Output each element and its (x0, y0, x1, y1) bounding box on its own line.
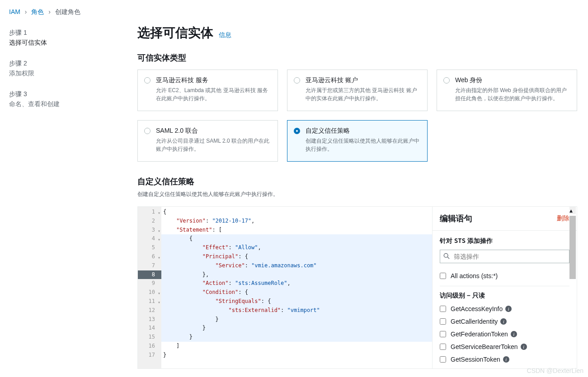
wizard-steps: 步骤 1 选择可信实体 步骤 2 添加权限 步骤 3 命名、查看和创建 (0, 20, 127, 377)
entity-title: 亚马逊云科技 服务 (156, 76, 270, 84)
panel-title: 编辑语句 (440, 213, 472, 224)
add-ops-heading: 针对 STS 添加操作 (440, 237, 569, 245)
step-title: 命名、查看和创建 (9, 100, 118, 108)
all-actions-checkbox[interactable] (440, 273, 446, 279)
radio-icon (443, 77, 450, 84)
action-row[interactable]: GetAccessKeyInfoi (440, 303, 569, 315)
breadcrumb-roles[interactable]: 角色 (31, 8, 44, 15)
info-icon[interactable]: i (521, 344, 527, 350)
action-row[interactable]: GetServiceBearerTokeni (440, 340, 569, 353)
radio-icon (294, 128, 300, 134)
action-checkbox[interactable] (440, 356, 446, 363)
all-actions-row[interactable]: All actions (sts:*) (440, 270, 569, 282)
step-title: 添加权限 (9, 70, 118, 78)
entity-custom-trust[interactable]: 自定义信任策略 创建自定义信任策略以使其他人能够在此账户中执行操作。 (287, 120, 428, 162)
entity-title: SAML 2.0 联合 (156, 127, 270, 135)
info-icon[interactable]: i (511, 331, 517, 337)
step-label: 步骤 1 (9, 29, 118, 37)
action-checkbox[interactable] (440, 318, 446, 325)
action-checkbox[interactable] (440, 331, 446, 337)
entity-title: 自定义信任策略 (306, 127, 420, 135)
action-row[interactable]: GetFederationTokeni (440, 328, 569, 340)
editor-code[interactable]: { "Version": "2012-10-17", "Statement": … (161, 207, 432, 368)
step-title: 选择可信实体 (9, 39, 118, 47)
delete-button[interactable]: 删除 (557, 214, 569, 223)
step-label: 步骤 3 (9, 90, 118, 98)
breadcrumb-current: 创建角色 (55, 8, 80, 15)
entity-desc: 允许 EC2、Lambda 或其他 亚马逊云科技 服务在此账户中执行操作。 (156, 86, 270, 102)
action-checkbox[interactable] (440, 344, 446, 350)
breadcrumb-iam[interactable]: IAM (9, 8, 20, 15)
radio-icon (144, 77, 151, 84)
info-icon[interactable]: i (503, 356, 509, 363)
watermark: CSDN @DexterLien (527, 367, 583, 374)
entity-desc: 允许从公司目录通过 SAML 2.0 联合的用户在此账户中执行操作。 (156, 137, 270, 153)
statement-panel: ▴ 编辑语句 删除 针对 STS 添加操作 (432, 207, 577, 368)
filter-actions-input[interactable] (440, 250, 569, 263)
custom-policy-title: 自定义信任策略 (137, 176, 577, 187)
chevron-right-icon: › (25, 8, 27, 15)
search-icon (443, 253, 450, 261)
info-icon[interactable]: i (505, 306, 512, 312)
page-title: 选择可信实体 (137, 24, 213, 42)
scroll-up-icon[interactable]: ▴ (569, 207, 576, 214)
entity-desc: 允许属于您或第三方的其他 亚马逊云科技 账户中的实体在此账户中执行操作。 (306, 86, 420, 102)
main-content: 选择可信实体 信息 可信实体类型 亚马逊云科技 服务 允许 EC2、Lambda… (127, 20, 588, 377)
action-row[interactable]: GetSessionTokeni (440, 353, 569, 366)
step-3[interactable]: 步骤 3 命名、查看和创建 (9, 90, 118, 108)
entity-title: 亚马逊云科技 账户 (306, 76, 420, 84)
chevron-right-icon: › (48, 8, 51, 15)
access-level-heading: 访问级别 – 只读 (440, 292, 569, 300)
svg-line-1 (447, 257, 449, 259)
action-row[interactable]: GetCallerIdentityi (440, 315, 569, 328)
step-1[interactable]: 步骤 1 选择可信实体 (9, 29, 118, 47)
editor-gutter: 1▾ 2 3▾ 4▾ 5 6▾ 7 8 9 10▾ 11▾ 12 13 14 (138, 207, 161, 368)
radio-icon (294, 77, 300, 84)
entity-desc: 允许由指定的外部 Web 身份提供商联合的用户担任此角色，以便在您的账户中执行操… (455, 86, 569, 102)
entity-aws-service[interactable]: 亚马逊云科技 服务 允许 EC2、Lambda 或其他 亚马逊云科技 服务在此账… (137, 70, 278, 111)
step-label: 步骤 2 (9, 60, 118, 68)
info-link[interactable]: 信息 (219, 31, 231, 38)
step-2[interactable]: 步骤 2 添加权限 (9, 60, 118, 78)
scrollbar-thumb[interactable] (569, 216, 576, 279)
entity-aws-account[interactable]: 亚马逊云科技 账户 允许属于您或第三方的其他 亚马逊云科技 账户中的实体在此账户… (287, 70, 428, 111)
custom-policy-subtitle: 创建自定义信任策略以使其他人能够在此账户中执行操作。 (137, 191, 577, 198)
entity-web-identity[interactable]: Web 身份 允许由指定的外部 Web 身份提供商联合的用户担任此角色，以便在您… (437, 70, 577, 111)
breadcrumb: IAM › 角色 › 创建角色 (0, 0, 588, 20)
action-checkbox[interactable] (440, 306, 446, 312)
radio-icon (144, 128, 151, 134)
json-editor[interactable]: 1▾ 2 3▾ 4▾ 5 6▾ 7 8 9 10▾ 11▾ 12 13 14 (138, 207, 432, 368)
entity-title: Web 身份 (455, 76, 569, 84)
entity-desc: 创建自定义信任策略以使其他人能够在此账户中执行操作。 (306, 137, 420, 153)
entity-section-title: 可信实体类型 (137, 52, 577, 63)
info-icon[interactable]: i (500, 318, 507, 325)
svg-point-0 (444, 253, 448, 257)
entity-saml[interactable]: SAML 2.0 联合 允许从公司目录通过 SAML 2.0 联合的用户在此账户… (137, 120, 278, 162)
